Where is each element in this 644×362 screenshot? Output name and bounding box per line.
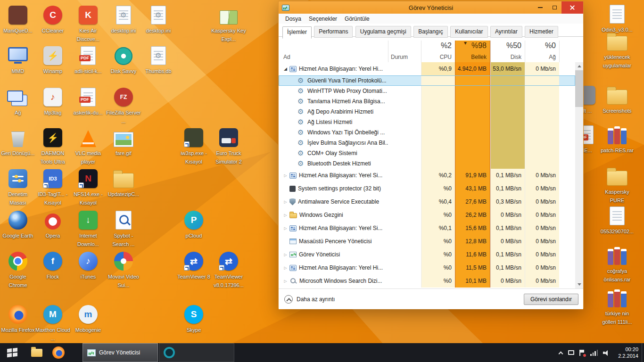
desktop-icon-nfs14[interactable]: NNFS14.exe - Kısayol — [71, 166, 106, 206]
desktop-icon-winamp[interactable]: ⚡Winamp — [35, 43, 70, 75]
desktop-icon-teamviewer-v8[interactable]: ⇄TeamViewer v8.0.17396... — [211, 249, 246, 289]
taskbar-firefox[interactable] — [48, 343, 69, 362]
menu-goruntule[interactable]: Görüntüle — [341, 15, 373, 23]
process-row[interactable]: Hizmet Ana Bilgisayarı: Yerel Hi...%0,94… — [279, 62, 575, 75]
column-header-cpu[interactable]: %2CPU — [421, 41, 455, 62]
tab-kullanicilar[interactable]: Kullanıcılar — [450, 26, 487, 38]
desktop-icon-patch-rar[interactable]: patch-RES.rar — [600, 123, 635, 154]
process-row[interactable]: Bluetooth Destek Hizmeti — [279, 158, 575, 169]
expander-icon[interactable] — [281, 213, 289, 217]
process-row[interactable]: Antimalware Service Executable%0,427,6 M… — [279, 195, 575, 208]
expander-icon[interactable] — [281, 279, 289, 283]
expander-icon[interactable] — [281, 199, 289, 204]
process-row[interactable]: COM+ Olay Sistemi — [279, 148, 575, 158]
hidden-icons-chevron-icon[interactable] — [559, 351, 563, 355]
column-header-ag[interactable]: %0Ağ — [525, 41, 559, 62]
process-row[interactable]: Hizmet Ana Bilgisayarı: Yerel Si...%0,29… — [279, 169, 575, 182]
process-row[interactable]: Masaüstü Pencere Yöneticisi%012,8 MB0 MB… — [279, 235, 575, 248]
taskbar-button-app2[interactable] — [159, 343, 234, 362]
desktop-icon-odin3[interactable]: Odin3_v3.0... — [600, 2, 635, 33]
desktop-icon-updatezip[interactable]: UpdatezipC... — [106, 166, 141, 198]
taskbar-button-task-manager[interactable]: Görev Yöneticisi — [83, 343, 158, 362]
desktop-icon-adli-sicil[interactable]: adli-sicil-k... — [71, 43, 106, 75]
column-header-disk[interactable]: %50Disk — [490, 41, 525, 62]
desktop-icon-teamviewer-8[interactable]: ⇄TeamViewer 8 — [176, 249, 211, 280]
process-row-selected[interactable]: Güvenli Yuva Tünel Protokolü... — [279, 75, 575, 86]
desktop-icon-ag-network[interactable]: Ağ — [0, 85, 35, 116]
scrollbar-down-icon[interactable] — [575, 280, 583, 288]
less-details-toggle[interactable]: Daha az ayrıntı — [284, 295, 335, 304]
column-header-durum[interactable]: Durum — [388, 41, 421, 62]
process-row[interactable]: Windows Yazı Tipi Önbelleği ... — [279, 127, 575, 138]
desktop-icon-0553290702[interactable]: 0553290702... — [600, 204, 635, 235]
desktop-icon-maniqued[interactable]: ManiQueD... — [0, 3, 35, 34]
desktop-icon-thumbs-db[interactable]: Thumbs.db — [141, 43, 176, 75]
tab-performans[interactable]: Performans — [314, 26, 353, 38]
process-row[interactable]: Hizmet Ana Bilgisayarı: Yerel Hi...%011,… — [279, 261, 575, 274]
desktop-icon-google-earth[interactable]: Google Earth — [0, 208, 35, 239]
desktop-icon-turkiye-rar[interactable]: türkiye nin gölleri 111li... — [600, 286, 635, 326]
desktop-icon-cografya-rar[interactable]: coğrafya önlisans.rar — [600, 243, 635, 283]
scrollbar[interactable] — [575, 62, 583, 288]
desktop-icon-mp3tag[interactable]: ♪Mp3tag — [35, 85, 70, 116]
desktop-icon-iw3sp[interactable]: iw3sp.exe - Kısayol — [176, 125, 211, 165]
desktop-icon-denetim-masasi[interactable]: Denetim Masası — [0, 166, 35, 206]
process-row[interactable]: Ağ Listesi Hizmeti — [279, 117, 575, 127]
desktop-icon-maxthon[interactable]: MMaxthon Cloud ... — [35, 302, 70, 342]
desktop-icon-id3-tagit[interactable]: ID3ID3-TagIT... - Kısayol — [35, 166, 70, 206]
maximize-button[interactable] — [547, 1, 561, 14]
tab-ayrintilar[interactable]: Ayrıntılar — [490, 26, 522, 38]
action-center-flag-icon[interactable] — [579, 350, 585, 356]
desktop-icon-desktop-ini-2[interactable]: desktop.ini — [141, 3, 176, 34]
desktop-icon-flock[interactable]: fFlock — [35, 249, 70, 280]
desktop-icon-askerlik[interactable]: askerlik-du... — [71, 85, 106, 116]
process-row[interactable]: Hizmet Ana Bilgisayarı: Yerel Si...%0,11… — [279, 222, 575, 235]
desktop-icon-screenshots[interactable]: Screenshots — [600, 83, 635, 115]
title-bar[interactable]: Görev Yöneticisi — [279, 1, 583, 14]
process-row[interactable]: Görev Yöneticisi%011,6 MB0,1 MB/sn0 Mb/s… — [279, 248, 575, 261]
expander-icon[interactable] — [281, 173, 289, 178]
process-row[interactable]: Tanılama Hizmeti Ana Bilgisa... — [279, 96, 575, 107]
scrollbar-thumb[interactable] — [575, 70, 583, 107]
desktop-icon-internet-download[interactable]: ↓Internet Downlo... — [71, 208, 106, 248]
expander-icon[interactable] — [281, 252, 289, 257]
close-button[interactable] — [561, 1, 583, 14]
expander-icon[interactable] — [281, 226, 289, 230]
scrollbar-up-icon[interactable] — [575, 62, 583, 70]
desktop-icon-filezilla[interactable]: FZFileZilla Server ... — [106, 85, 141, 125]
start-button[interactable] — [0, 343, 25, 362]
process-row[interactable]: System settings protector (32 bit)%043,1… — [279, 182, 575, 195]
network-signal-icon[interactable] — [590, 350, 598, 356]
desktop-icon-kaspersky-key[interactable]: Kaspersky Key Expl... — [211, 3, 246, 43]
desktop-icon-fare-gif[interactable]: fare.gif — [106, 125, 141, 157]
desktop-icon-euro-truck-2[interactable]: Euro Truck Simulator 2 — [211, 125, 246, 165]
volume-icon[interactable] — [603, 350, 609, 356]
column-header-ad[interactable]: Ad — [279, 41, 388, 62]
end-task-button[interactable]: Görevi sonlandır — [524, 294, 578, 305]
desktop-icon-google-chrome[interactable]: Google Chrome — [0, 249, 35, 289]
desktop-icon-ccleaner[interactable]: CCCleaner — [35, 3, 70, 34]
desktop-icon-yuklenecek[interactable]: yüklenecek uygulamalar — [600, 29, 635, 69]
desktop-icon-opera[interactable]: Opera — [35, 208, 70, 239]
desktop-icon-pcloud[interactable]: PpCloud — [176, 208, 211, 239]
tab-hizmetler[interactable]: Hizmetler — [525, 26, 558, 38]
desktop-icon-daemon-tools[interactable]: ⚡DAEMON Tools Ultra — [35, 125, 70, 165]
desktop-icon-mozilla-firefox[interactable]: Mozilla Firefox — [0, 302, 35, 334]
expander-icon[interactable] — [281, 265, 289, 270]
menu-dosya[interactable]: Dosya — [281, 15, 305, 23]
minimize-button[interactable] — [533, 1, 547, 14]
desktop-icon-kaspersky-pure[interactable]: Kaspersky PURE — [600, 164, 635, 204]
desktop-icon-movavi[interactable]: Movavi Video Sui... — [106, 249, 141, 289]
desktop-icon-spybot[interactable]: Spybot - Search ... — [106, 208, 141, 248]
tab-uygulama-gecmisi[interactable]: Uygulama geçmişi — [355, 26, 411, 38]
desktop-icon-itunes[interactable]: ♪iTunes — [71, 249, 106, 280]
process-row[interactable]: Ağ Depo Arabirimi Hizmeti — [279, 107, 575, 117]
taskbar-file-explorer[interactable] — [26, 343, 47, 362]
desktop-icon-mobogenie[interactable]: mMobogenie — [71, 302, 106, 334]
process-row[interactable]: WinHTTP Web Proxy Otomati... — [279, 86, 575, 96]
desktop-icon-desktop-ini-1[interactable]: desktop.ini — [106, 3, 141, 34]
display-tray-icon[interactable] — [568, 350, 574, 355]
process-row[interactable]: Microsoft Windows Search Dizi...%010,1 M… — [279, 274, 575, 288]
process-row[interactable]: İşlev Bulma Sağlayıcısı Ana Bil... — [279, 138, 575, 148]
desktop-icon-skype[interactable]: SSkype — [176, 302, 211, 334]
